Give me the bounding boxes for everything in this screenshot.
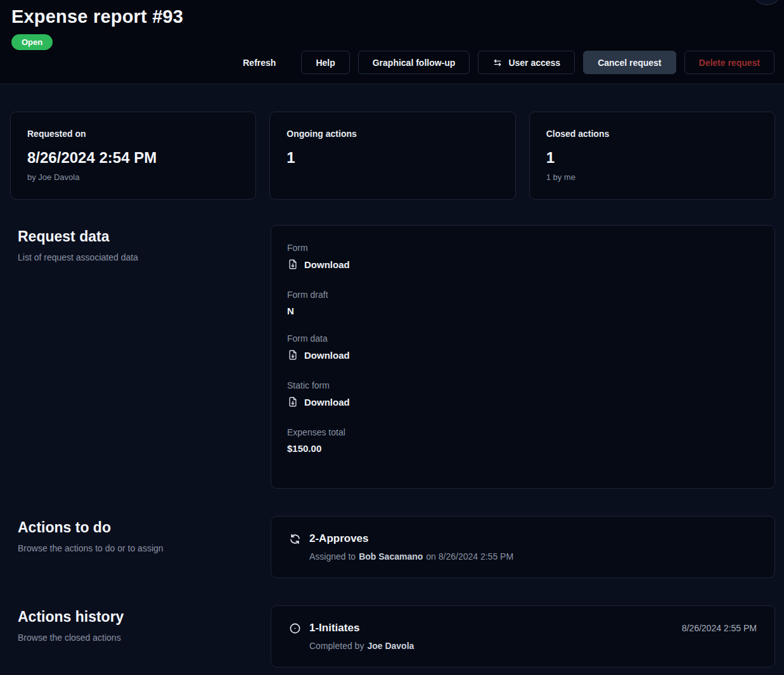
page-title: Expense report #93: [11, 6, 774, 27]
user-access-button[interactable]: User access: [478, 51, 575, 74]
file-download-icon: [287, 349, 299, 361]
field-expenses-total-label: Expenses total: [287, 427, 759, 437]
action-history-item[interactable]: 1-Initiates Completed by Joe Davola 8/26…: [271, 605, 775, 667]
request-data-card: Form Download Form draft N Form data: [271, 225, 775, 489]
stats-row: Requested on 8/26/2024 2:54 PM by Joe Da…: [10, 112, 775, 200]
actions-history-subtitle: Browse the closed actions: [18, 633, 271, 643]
closed-actions-card: Closed actions 1 1 by me: [529, 112, 775, 200]
ongoing-actions-label: Ongoing actions: [286, 129, 498, 139]
refresh-button[interactable]: Refresh: [243, 58, 276, 68]
assigned-date: on 8/26/2024 2:55 PM: [426, 551, 513, 562]
main-content: Requested on 8/26/2024 2:54 PM by Joe Da…: [0, 84, 784, 667]
toolbar: Refresh Help Graphical follow-up User ac…: [243, 51, 774, 74]
field-form-data: Form data Download: [287, 333, 759, 363]
history-completion: Completed by Joe Davola: [309, 641, 682, 651]
expenses-total-value: $150.00: [287, 443, 759, 454]
actions-to-do-title: Actions to do: [18, 519, 271, 536]
field-form-label: Form: [287, 243, 759, 253]
delete-request-button[interactable]: Delete request: [684, 51, 774, 74]
corner-decoration: [751, 0, 783, 5]
actions-to-do-section: Actions to do Browse the actions to do o…: [10, 516, 775, 578]
requested-by: by Joe Davola: [27, 172, 239, 182]
field-expenses-total: Expenses total $150.00: [287, 427, 759, 454]
transfer-arrows-icon: [492, 58, 503, 68]
field-static-form: Static form Download: [287, 380, 759, 410]
completed-by-name: Joe Davola: [367, 641, 414, 651]
form-download-link[interactable]: Download: [287, 259, 350, 270]
request-data-title: Request data: [18, 228, 271, 245]
actions-to-do-subtitle: Browse the actions to do or to assign: [18, 543, 271, 553]
actions-history-section: Actions history Browse the closed action…: [10, 605, 775, 667]
record-circle-icon: [289, 622, 301, 634]
request-data-subtitle: List of request associated data: [18, 252, 271, 262]
closed-actions-label: Closed actions: [546, 129, 758, 139]
static-form-download-link[interactable]: Download: [287, 396, 350, 408]
assignee-name: Bob Sacamano: [359, 551, 423, 562]
action-title: 2-Approves: [309, 532, 757, 545]
closed-actions-sub: 1 by me: [546, 172, 758, 182]
requested-on-value: 8/26/2024 2:54 PM: [27, 149, 239, 167]
field-form-data-label: Form data: [287, 333, 759, 344]
file-download-icon: [287, 396, 299, 408]
graphical-follow-up-button[interactable]: Graphical follow-up: [358, 51, 470, 74]
assigned-prefix: Assigned to: [309, 551, 356, 562]
page-header: Expense report #93 Open Refresh Help Gra…: [0, 0, 784, 84]
form-draft-value: N: [287, 305, 759, 316]
file-download-icon: [287, 259, 299, 270]
request-data-section: Request data List of request associated …: [10, 225, 775, 489]
form-data-download-link[interactable]: Download: [287, 349, 350, 361]
form-data-download-label: Download: [304, 350, 350, 361]
history-timestamp: 8/26/2024 2:55 PM: [682, 623, 757, 633]
ongoing-actions-card: Ongoing actions 1: [269, 112, 515, 200]
static-form-download-label: Download: [304, 397, 350, 408]
field-form-draft: Form draft N: [287, 290, 759, 316]
ongoing-actions-count: 1: [286, 149, 498, 167]
status-badge: Open: [11, 34, 53, 50]
requested-on-label: Requested on: [27, 129, 239, 139]
completed-prefix: Completed by: [309, 641, 364, 651]
form-download-label: Download: [304, 259, 350, 270]
history-body: 1-Initiates Completed by Joe Davola: [309, 622, 682, 651]
actions-to-do-head: Actions to do Browse the actions to do o…: [10, 516, 271, 578]
user-access-label: User access: [508, 58, 560, 68]
closed-actions-count: 1: [546, 149, 758, 167]
help-button[interactable]: Help: [301, 51, 349, 74]
cancel-request-button[interactable]: Cancel request: [583, 51, 676, 74]
field-form-draft-label: Form draft: [287, 290, 759, 300]
action-to-do-item[interactable]: 2-Approves Assigned to Bob Sacamano on 8…: [271, 516, 775, 578]
sync-icon: [289, 533, 301, 545]
history-title: 1-Initiates: [309, 622, 682, 634]
request-data-head: Request data List of request associated …: [10, 225, 271, 489]
actions-history-title: Actions history: [18, 608, 271, 626]
field-static-form-label: Static form: [287, 380, 759, 390]
action-body: 2-Approves Assigned to Bob Sacamano on 8…: [309, 532, 757, 562]
action-assignment: Assigned to Bob Sacamano on 8/26/2024 2:…: [309, 551, 757, 562]
actions-history-head: Actions history Browse the closed action…: [10, 605, 271, 667]
requested-on-card: Requested on 8/26/2024 2:54 PM by Joe Da…: [10, 112, 256, 200]
field-form: Form Download: [287, 243, 759, 273]
